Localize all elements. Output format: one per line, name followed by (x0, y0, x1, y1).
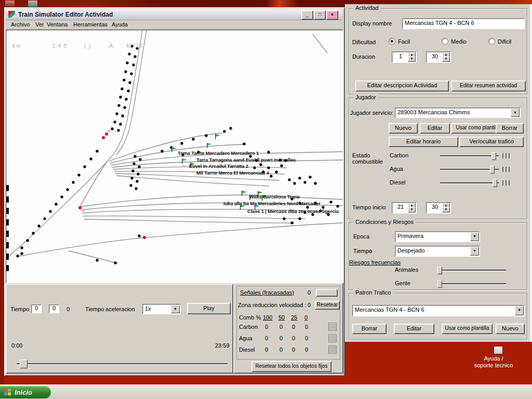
track-line (84, 219, 295, 223)
patron-plantilla-button[interactable]: Usar como plantilla (442, 324, 493, 334)
patron-borrar-button[interactable]: Borrar (352, 324, 387, 334)
chevron-down-icon[interactable]: ▼ (470, 232, 479, 241)
servicio-borrar-button[interactable]: Borrar (496, 123, 524, 134)
signal-dot (243, 142, 245, 145)
chevron-down-icon[interactable]: ▼ (511, 109, 520, 117)
radio-dificil[interactable]: Dificil (488, 38, 511, 45)
slider-thumb[interactable] (490, 166, 495, 174)
track-map[interactable]: Toma Tarrte Mercadero Mercadero 1Tarra T… (6, 30, 343, 283)
slider-thumb[interactable] (437, 280, 442, 288)
spinner-down-icon[interactable]: ▼ (408, 57, 416, 62)
ver-ocultar-trafico-button[interactable]: Ver/ocultar trafico (459, 137, 524, 147)
jugador-servicio-combo[interactable]: 289003 Mercancias Chimms ▼ (395, 108, 521, 118)
tiempo-inicio-label: Tiempo inicio (352, 204, 385, 210)
signal-dot (314, 182, 316, 184)
menu-ayuda[interactable]: Ayuda (112, 21, 128, 28)
signal-dot (309, 176, 311, 178)
signal-dot (270, 175, 272, 177)
editor-window: Train Simulator Editor Actividad _ □ × A… (4, 7, 345, 376)
slider-thumb[interactable] (491, 152, 496, 160)
inicio-hours-spinner[interactable]: 21 ▲ ▼ (392, 202, 417, 214)
carbon-slider[interactable] (440, 155, 499, 156)
route-map-view[interactable]: Toma Tarrte Mercadero Mercadero 1Tarra T… (6, 30, 343, 283)
slider-thumb[interactable] (437, 267, 442, 274)
radio-icon[interactable] (488, 38, 495, 45)
minimize-button[interactable]: _ (301, 10, 313, 20)
diesel-scrollbar[interactable] (328, 345, 337, 354)
map-edge-marker (6, 196, 9, 203)
time-minutes-field[interactable]: 0 (49, 304, 59, 313)
signal-dot (37, 224, 40, 227)
menu-archivo[interactable]: Archivo (11, 21, 30, 28)
play-button[interactable]: Play (187, 303, 231, 314)
agua-scrollbar[interactable] (328, 334, 337, 342)
time-slider-track[interactable] (17, 363, 228, 364)
display-nombre-input[interactable]: Mercancias TGN 4 - BCN 6 (402, 18, 525, 29)
menu-ver[interactable]: Ver (35, 21, 44, 28)
inicio-minutes-spinner[interactable]: 30 ▲ ▼ (426, 202, 451, 214)
servicio-editar-button[interactable]: Editar (420, 123, 450, 134)
siding-flag-icon[interactable] (215, 134, 220, 139)
chevron-down-icon[interactable]: ▼ (171, 305, 180, 313)
close-button[interactable]: × (326, 10, 338, 20)
start-button[interactable]: Inicio (0, 386, 51, 398)
animales-slider[interactable] (437, 270, 506, 271)
agua-slider[interactable] (440, 169, 499, 170)
radio-medio[interactable]: Medio (442, 38, 467, 45)
patron-editar-button[interactable]: Editar (394, 324, 434, 334)
senales-reset-button[interactable] (316, 289, 338, 297)
track-line (6, 30, 142, 259)
spinner-down-icon[interactable]: ▼ (442, 57, 450, 62)
desktop-icon-fragment[interactable] (5, 1, 15, 7)
siding-label: Class 1 | Mercass dBa zee ocaso ligercia (247, 208, 339, 214)
menu-ventana[interactable]: Ventana (47, 21, 68, 28)
servicio-nuevo-button[interactable]: Nuevo (389, 123, 418, 134)
comb-col-0: 0 (304, 314, 308, 321)
slider-tick (502, 167, 503, 172)
taskbar: Inicio msemm com - m msn Messenger aurim… (0, 384, 532, 399)
radio-icon[interactable] (442, 38, 448, 45)
map-readout-item: ( ) (84, 43, 91, 49)
chevron-down-icon[interactable]: ▼ (470, 247, 479, 256)
signal-dot (280, 164, 283, 167)
help-shortcut-label-2[interactable]: soporte tecnico (457, 362, 530, 368)
editar-horario-button[interactable]: Editar horario (389, 137, 458, 147)
senales-value: 0 (308, 289, 311, 296)
siding-flag-icon[interactable] (207, 143, 212, 148)
siding-flag-icon[interactable] (171, 147, 177, 152)
editar-resumen-button[interactable]: Editar resumen actividad (451, 81, 526, 91)
patron-combo[interactable]: Mercancias TGN 4 - BCN 6 ▼ (352, 305, 525, 316)
carbon-scrollbar[interactable] (328, 323, 337, 331)
epoca-combo[interactable]: Primavera ▼ (395, 231, 480, 242)
signal-dot (275, 170, 277, 173)
map-edge-marker (6, 185, 9, 191)
chevron-down-icon[interactable]: ▼ (515, 306, 524, 315)
zona-reset-button[interactable]: Resetear (315, 301, 340, 310)
signal-dot (96, 150, 98, 152)
radio-icon[interactable] (389, 38, 395, 45)
spinner-down-icon[interactable]: ▼ (408, 207, 416, 212)
desktop-icon-fragment[interactable] (28, 1, 37, 7)
help-shortcut-label-1[interactable]: Ayuda / (457, 355, 530, 362)
maximize-button[interactable]: □ (314, 10, 326, 20)
siding-flag-icon[interactable] (182, 158, 187, 164)
duracion-hours-spinner[interactable]: 1 ▲ ▼ (392, 51, 417, 63)
gente-slider[interactable] (437, 283, 506, 284)
editar-descripcion-button[interactable]: Editar descripcion Actividad (355, 81, 449, 91)
diesel-slider[interactable] (440, 182, 499, 183)
time-slider-thumb[interactable] (20, 360, 28, 368)
radio-facil[interactable]: Facil (389, 38, 410, 45)
help-shortcut-icon[interactable] (494, 346, 503, 354)
title-bar[interactable]: Train Simulator Editor Actividad _ □ × (6, 9, 342, 20)
slider-thumb[interactable] (493, 179, 497, 187)
duracion-minutes-spinner[interactable]: 30 ▲ ▼ (426, 51, 451, 63)
reset-all-objects-button[interactable]: Resetear todos los objetos fijos (251, 361, 331, 372)
tiempo-clima-combo[interactable]: Despejado ▼ (395, 246, 480, 257)
signal-dot (128, 52, 130, 55)
time-hours-field[interactable]: 0 (31, 304, 42, 313)
spinner-down-icon[interactable]: ▼ (442, 207, 450, 212)
signal-dot (130, 72, 132, 75)
menu-herramientas[interactable]: Herramientas (73, 21, 108, 28)
accel-combo[interactable]: 1x ▼ (142, 304, 181, 314)
patron-nuevo-button[interactable]: Nuevo (496, 324, 525, 334)
